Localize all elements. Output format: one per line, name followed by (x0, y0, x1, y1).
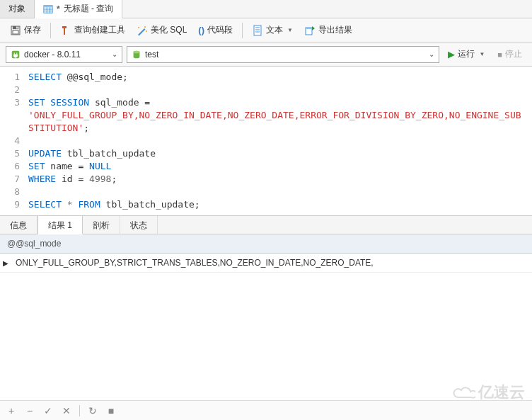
tab-label: 状态 (130, 220, 147, 230)
add-row-button[interactable]: + (6, 405, 17, 416)
line-number: 9 (0, 198, 28, 211)
column-header[interactable]: @@sql_mode (0, 234, 532, 254)
cloud-icon (453, 385, 475, 400)
parentheses-icon: () (198, 25, 204, 35)
apply-button[interactable]: ✓ (42, 405, 54, 416)
text-button[interactable]: 文本 ▼ (248, 22, 297, 38)
keyword: SET (28, 161, 45, 171)
line-number: 4 (0, 135, 28, 147)
line-number (0, 109, 28, 135)
stop-label: 停止 (505, 48, 522, 60)
connection-selector[interactable]: docker - 8.0.11 ⌄ (6, 46, 122, 63)
svg-rect-8 (16, 26, 18, 28)
database-icon (132, 50, 141, 59)
tab-profile[interactable]: 剖析 (83, 216, 120, 234)
number-literal: 4998 (89, 174, 111, 184)
snippets-button[interactable]: () 代码段 (194, 22, 237, 38)
query-builder-button[interactable]: 查询创建工具 (56, 22, 129, 38)
export-label: 导出结果 (318, 24, 352, 36)
top-tabs: 对象 * 无标题 - 查询 (0, 0, 532, 18)
svg-rect-13 (254, 25, 261, 35)
run-label: 运行 (458, 48, 475, 60)
connection-bar: docker - 8.0.11 ⌄ test ⌄ ▶ 运行 ▼ ■ 停止 (0, 42, 532, 67)
save-label: 保存 (24, 24, 41, 36)
run-button[interactable]: ▶ 运行 ▼ (444, 46, 489, 62)
refresh-button[interactable]: ↻ (87, 405, 98, 416)
code-text: ; (111, 174, 117, 184)
svg-point-21 (134, 50, 140, 53)
line-number: 5 (0, 147, 28, 160)
line-number: 3 (0, 96, 28, 109)
bottom-toolbar: + − ✓ ✕ ↻ ■ (0, 400, 532, 420)
keyword: SELECT (28, 199, 62, 210)
stop-button[interactable]: ■ 停止 (493, 46, 526, 62)
svg-point-12 (146, 30, 147, 32)
wand-icon (137, 25, 148, 36)
database-name: test (145, 50, 158, 59)
svg-rect-9 (13, 30, 18, 34)
tab-objects-label: 对象 (8, 3, 25, 15)
svg-point-11 (138, 27, 139, 28)
tab-objects[interactable]: 对象 (0, 0, 35, 18)
tab-info[interactable]: 信息 (0, 216, 37, 234)
keyword: WHERE (28, 174, 56, 184)
tab-result-1[interactable]: 结果 1 (37, 215, 83, 234)
stop-refresh-button[interactable]: ■ (105, 405, 117, 416)
line-number: 8 (0, 186, 28, 198)
line-number: 7 (0, 173, 28, 186)
svg-rect-1 (44, 5, 52, 7)
database-selector[interactable]: test ⌄ (127, 46, 439, 63)
tab-label: 结果 1 (48, 220, 72, 230)
table-icon (43, 4, 53, 14)
cancel-button[interactable]: ✕ (61, 405, 72, 416)
chevron-down-icon: ⌄ (112, 50, 117, 58)
code-text: id = (56, 174, 89, 184)
keyword: FROM (78, 199, 100, 210)
separator (50, 23, 51, 38)
save-button[interactable]: 保存 (6, 22, 45, 38)
tab-label: 剖析 (93, 220, 110, 230)
line-number: 6 (0, 160, 28, 173)
text-label: 文本 (266, 24, 283, 36)
keyword: UPDATE (28, 148, 62, 159)
chevron-down-icon: ⌄ (429, 50, 434, 58)
snippets-label: 代码段 (207, 24, 233, 36)
tab-status[interactable]: 状态 (120, 216, 158, 234)
keyword: NULL (89, 161, 111, 171)
delete-row-button[interactable]: − (24, 405, 35, 416)
header-label: @@sql_mode (7, 239, 61, 249)
tab-label: 信息 (10, 220, 27, 230)
export-button[interactable]: 导出结果 (300, 22, 357, 38)
svg-point-10 (144, 26, 146, 28)
stop-icon: ■ (497, 50, 502, 59)
toolbar: 保存 查询创建工具 美化 SQL () 代码段 文本 ▼ 导出结果 (0, 18, 532, 42)
string-literal: 'ONLY_FULL_GROUP_BY,NO_ZERO_IN_DATE,NO_Z… (28, 110, 521, 133)
separator (242, 23, 243, 38)
play-icon: ▶ (448, 49, 455, 59)
line-number: 1 (0, 71, 28, 84)
keyword: SET SESSION (28, 97, 89, 108)
code-text: * (62, 199, 78, 210)
code-text: @@sql_mode; (62, 72, 128, 82)
result-tabs: 信息 结果 1 剖析 状态 (0, 216, 532, 234)
plug-icon (11, 50, 21, 59)
beautify-button[interactable]: 美化 SQL (132, 22, 191, 38)
export-icon (304, 25, 316, 36)
chevron-down-icon: ▼ (287, 27, 293, 33)
sql-editor[interactable]: 1SELECT @@sql_mode; 2 3SET SESSION sql_m… (0, 67, 532, 216)
row-marker-icon: ▶ (3, 259, 11, 267)
table-row[interactable]: ▶ ONLY_FULL_GROUP_BY,STRICT_TRANS_TABLES… (0, 254, 532, 273)
hammer-icon (60, 25, 71, 36)
result-grid: @@sql_mode ▶ ONLY_FULL_GROUP_BY,STRICT_T… (0, 234, 532, 273)
keyword: SELECT (28, 72, 62, 82)
separator (79, 405, 80, 416)
code-text: tbl_batch_update (62, 148, 156, 159)
document-icon (252, 25, 263, 36)
query-builder-label: 查询创建工具 (74, 24, 125, 36)
code-text: name = (45, 161, 89, 171)
chevron-down-icon: ▼ (479, 51, 485, 57)
cell-value: ONLY_FULL_GROUP_BY,STRICT_TRANS_TABLES,N… (11, 258, 378, 268)
tab-query[interactable]: * 无标题 - 查询 (35, 0, 122, 18)
save-icon (10, 25, 21, 36)
tab-query-label: 无标题 - 查询 (64, 3, 114, 15)
